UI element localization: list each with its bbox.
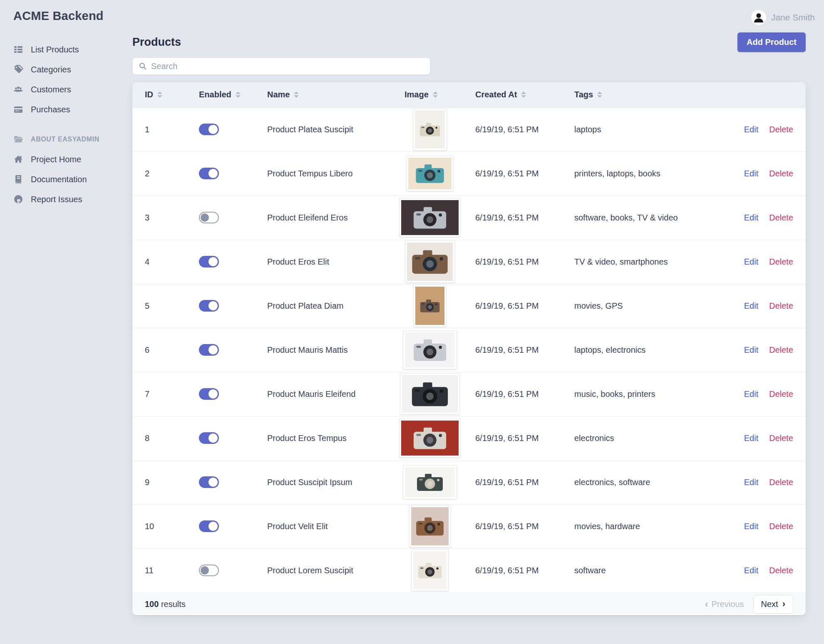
- edit-link[interactable]: Edit: [744, 213, 758, 222]
- cell-actions: EditDelete: [743, 284, 806, 328]
- camera-glyph: [406, 426, 454, 450]
- cell-id: 10: [132, 504, 189, 548]
- table-footer: 100 results ‹ Previous Next ›: [132, 592, 806, 615]
- sidebar-secondary-nav: Project Home Documentation Report Issues: [0, 149, 132, 209]
- table-row: 2 Product Tempus Libero 6/19/19,: [132, 151, 806, 196]
- cell-actions: EditDelete: [743, 460, 806, 504]
- cell-enabled: [189, 240, 257, 284]
- user-menu[interactable]: Jane Smith: [751, 10, 815, 25]
- table-row: 6 Product Mauris Mattis 6/19/19,: [132, 328, 806, 372]
- delete-link[interactable]: Delete: [769, 257, 793, 266]
- cell-enabled: [189, 107, 257, 151]
- column-header-enabled[interactable]: Enabled: [189, 82, 257, 107]
- edit-link[interactable]: Edit: [744, 301, 758, 310]
- cell-enabled: [189, 504, 257, 548]
- sort-icon: [433, 92, 438, 98]
- delete-link[interactable]: Delete: [769, 301, 793, 310]
- edit-link[interactable]: Edit: [744, 478, 758, 487]
- edit-link[interactable]: Edit: [744, 345, 758, 354]
- edit-link[interactable]: Edit: [744, 169, 758, 178]
- search-input[interactable]: [151, 62, 424, 71]
- cell-image: [395, 196, 465, 240]
- edit-link[interactable]: Edit: [744, 257, 758, 266]
- edit-link[interactable]: Edit: [744, 433, 758, 443]
- app-logo[interactable]: ACME Backend: [0, 9, 132, 23]
- delete-link[interactable]: Delete: [769, 345, 793, 354]
- sidebar-item-purchases[interactable]: Purchases: [0, 99, 132, 119]
- cell-id: 2: [132, 151, 189, 196]
- cell-id: 9: [132, 460, 189, 504]
- enabled-toggle[interactable]: [199, 212, 219, 223]
- search-box: [132, 57, 430, 75]
- cell-created-at: 6/19/19, 6:51 PM: [465, 460, 564, 504]
- camera-glyph: [406, 206, 454, 230]
- enabled-toggle[interactable]: [199, 256, 219, 268]
- cell-created-at: 6/19/19, 6:51 PM: [465, 196, 564, 240]
- delete-link[interactable]: Delete: [769, 169, 793, 178]
- delete-link[interactable]: Delete: [769, 566, 793, 575]
- sidebar-item-list-products[interactable]: List Products: [0, 40, 132, 59]
- enabled-toggle[interactable]: [199, 168, 219, 179]
- sidebar-item-report-issues[interactable]: Report Issues: [0, 189, 132, 209]
- cell-tags: TV & video, smartphones: [564, 240, 743, 284]
- sidebar-main-nav: List Products Categories Customers Purch…: [0, 40, 132, 119]
- cell-created-at: 6/19/19, 6:51 PM: [465, 328, 564, 372]
- enabled-toggle[interactable]: [199, 300, 219, 312]
- edit-link[interactable]: Edit: [744, 566, 758, 575]
- sort-icon: [597, 92, 602, 98]
- sidebar-item-project-home[interactable]: Project Home: [0, 149, 132, 169]
- cell-id: 3: [132, 196, 189, 240]
- cell-id: 7: [132, 372, 189, 416]
- add-product-button[interactable]: Add Product: [737, 32, 806, 52]
- enabled-toggle[interactable]: [199, 344, 219, 356]
- delete-link[interactable]: Delete: [769, 478, 793, 487]
- camera-glyph: [410, 473, 450, 492]
- column-header-name[interactable]: Name: [257, 82, 395, 107]
- edit-link[interactable]: Edit: [744, 125, 758, 134]
- enabled-toggle[interactable]: [199, 520, 219, 532]
- delete-link[interactable]: Delete: [769, 522, 793, 531]
- enabled-toggle[interactable]: [199, 124, 219, 135]
- edit-link[interactable]: Edit: [744, 389, 758, 399]
- sidebar-item-label: Project Home: [31, 155, 81, 164]
- product-image: [413, 109, 447, 150]
- edit-link[interactable]: Edit: [744, 522, 758, 531]
- app-root: ACME Backend List Products Categories Cu…: [0, 0, 824, 644]
- cell-created-at: 6/19/19, 6:51 PM: [465, 416, 564, 460]
- column-header-created-at[interactable]: Created At: [465, 82, 564, 107]
- cell-image: [395, 460, 465, 504]
- delete-link[interactable]: Delete: [769, 213, 793, 222]
- enabled-toggle[interactable]: [199, 432, 219, 444]
- column-header-id[interactable]: ID: [132, 82, 189, 107]
- column-header-image[interactable]: Image: [395, 82, 465, 107]
- cell-name: Product Velit Elit: [257, 504, 395, 548]
- delete-link[interactable]: Delete: [769, 125, 793, 134]
- sidebar-item-categories[interactable]: Categories: [0, 59, 132, 79]
- cell-actions: EditDelete: [743, 416, 806, 460]
- table-row: 10 Product Velit Elit 6/19/19, 6:: [132, 504, 806, 548]
- enabled-toggle[interactable]: [199, 565, 219, 576]
- cell-enabled: [189, 372, 257, 416]
- camera-glyph: [418, 557, 442, 584]
- next-button[interactable]: Next ›: [753, 595, 793, 614]
- user-name: Jane Smith: [771, 12, 815, 22]
- sidebar-item-label: Categories: [31, 65, 71, 74]
- delete-link[interactable]: Delete: [769, 389, 793, 399]
- sidebar-item-documentation[interactable]: Documentation: [0, 169, 132, 189]
- cell-name: Product Lorem Suscipit: [257, 548, 395, 592]
- cell-actions: EditDelete: [743, 372, 806, 416]
- cell-tags: laptops: [564, 107, 743, 151]
- column-header-tags[interactable]: Tags: [564, 82, 743, 107]
- delete-link[interactable]: Delete: [769, 433, 793, 443]
- enabled-toggle[interactable]: [199, 388, 219, 400]
- table-row: 11 Product Lorem Suscipit 6/19/19: [132, 548, 806, 592]
- product-image: [405, 241, 454, 282]
- sidebar: ACME Backend List Products Categories Cu…: [0, 0, 132, 644]
- sidebar-item-label: Documentation: [31, 175, 87, 184]
- camera-glyph: [416, 513, 444, 540]
- cell-name: Product Suscipit Ipsum: [257, 460, 395, 504]
- products-table-card: ID Enabled Name Image Created At Tags 1 …: [132, 82, 806, 615]
- sidebar-item-customers[interactable]: Customers: [0, 79, 132, 99]
- enabled-toggle[interactable]: [199, 476, 219, 488]
- column-header-actions: [743, 82, 806, 107]
